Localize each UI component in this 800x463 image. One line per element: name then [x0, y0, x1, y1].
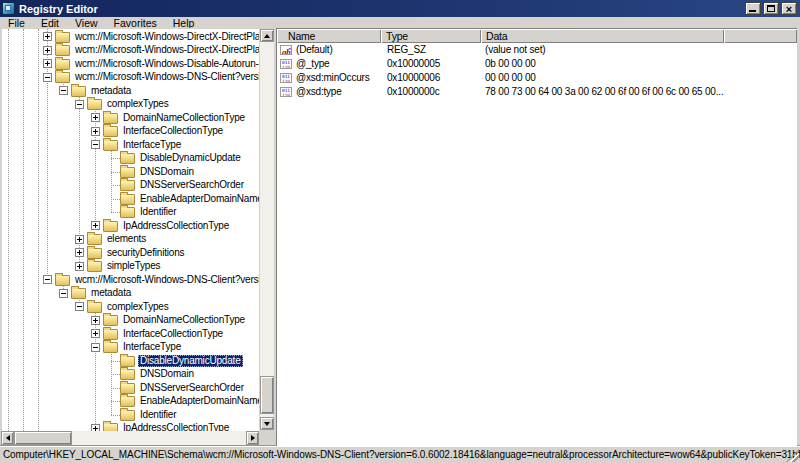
expand-icon[interactable]	[43, 59, 52, 68]
expand-icon[interactable]	[75, 248, 84, 257]
tree-item-label[interactable]: InterfaceCollectionType	[121, 328, 225, 340]
tree-item-label[interactable]: simpleTypes	[105, 260, 162, 272]
tree-item-label[interactable]: metadata	[89, 85, 133, 97]
tree-item-label[interactable]: DomainNameCollectionType	[121, 314, 247, 326]
expand-icon[interactable]	[43, 46, 52, 55]
tree-item-label[interactable]: wcm://Microsoft-Windows-DNS-Client?versi…	[73, 274, 259, 286]
tree-item-label[interactable]: securityDefinitions	[105, 247, 186, 259]
tree-item[interactable]: metadata	[2, 287, 259, 301]
collapse-icon[interactable]	[75, 302, 84, 311]
expand-icon[interactable]	[91, 329, 100, 338]
tree-item[interactable]: DNSServerSearchOrder	[2, 179, 259, 193]
collapse-icon[interactable]	[75, 100, 84, 109]
tree-item[interactable]: DNSDomain	[2, 368, 259, 382]
value-name-cell[interactable]: 011110@xsd:minOccurs	[277, 71, 381, 85]
collapse-icon[interactable]	[91, 140, 100, 149]
tree-item[interactable]: wcm://Microsoft-Windows-DNS-Client?versi…	[2, 273, 259, 287]
expand-icon[interactable]	[91, 127, 100, 136]
tree-item[interactable]: IpAddressCollectionType	[2, 219, 259, 233]
tree-item[interactable]: DisableDynamicUpdate	[2, 354, 259, 368]
scroll-down-button[interactable]	[260, 417, 274, 430]
tree-item-label[interactable]: elements	[105, 233, 148, 245]
expand-icon[interactable]	[91, 316, 100, 325]
scroll-right-button[interactable]	[246, 431, 259, 445]
maximize-button[interactable]	[763, 2, 779, 15]
vertical-scrollbar-thumb[interactable]	[260, 376, 274, 414]
value-row[interactable]: 011110@_type0x100000050b 00 00 00	[277, 57, 797, 71]
tree-item-label[interactable]: complexTypes	[105, 98, 171, 110]
tree-item[interactable]: Identifier	[2, 206, 259, 220]
tree-item-label[interactable]: EnableAdapterDomainNameRegistration	[138, 395, 259, 407]
tree-item[interactable]: DNSDomain	[2, 165, 259, 179]
tree-item-label[interactable]: metadata	[89, 287, 133, 299]
tree-item[interactable]: metadata	[2, 84, 259, 98]
tree-item[interactable]: InterfaceCollectionType	[2, 125, 259, 139]
horizontal-scrollbar-thumb[interactable]	[14, 431, 72, 445]
tree-item[interactable]: DNSServerSearchOrder	[2, 381, 259, 395]
value-row[interactable]: (Default)REG_SZ(value not set)	[277, 43, 797, 57]
tree-item-label[interactable]: wcm://Microsoft-Windows-DNS-Client?versi…	[73, 71, 259, 83]
tree-item-label[interactable]: wcm://Microsoft-Windows-Disable-Autorun-…	[73, 58, 259, 70]
tree-item-label[interactable]: wcm://Microsoft-Windows-DirectX-DirectPl…	[73, 44, 259, 56]
collapse-icon[interactable]	[43, 275, 52, 284]
tree-item-label[interactable]: Identifier	[138, 206, 178, 218]
tree-item[interactable]: InterfaceType	[2, 341, 259, 355]
tree-item-label[interactable]: InterfaceType	[121, 139, 183, 151]
expand-icon[interactable]	[43, 32, 52, 41]
value-name-cell[interactable]: 011110@xsd:type	[277, 85, 381, 99]
value-name-cell[interactable]: 011110@_type	[277, 57, 381, 71]
expand-icon[interactable]	[91, 424, 100, 431]
expand-icon[interactable]	[91, 221, 100, 230]
tree-item[interactable]: EnableAdapterDomainNameRegistration	[2, 192, 259, 206]
tree-item-label[interactable]: DNSDomain	[138, 166, 196, 178]
minimize-button[interactable]	[745, 2, 761, 15]
collapse-icon[interactable]	[59, 86, 68, 95]
tree-item[interactable]: wcm://Microsoft-Windows-Disable-Autorun-…	[2, 57, 259, 71]
titlebar[interactable]: Registry Editor ×	[0, 0, 800, 17]
tree-item[interactable]: DisableDynamicUpdate	[2, 152, 259, 166]
tree-item[interactable]: complexTypes	[2, 300, 259, 314]
expand-icon[interactable]	[75, 262, 84, 271]
tree-item-label-selected[interactable]: DisableDynamicUpdate	[138, 355, 243, 367]
expand-icon[interactable]	[75, 235, 84, 244]
tree-item[interactable]: simpleTypes	[2, 260, 259, 274]
tree-item-label[interactable]: DisableDynamicUpdate	[138, 152, 243, 164]
tree-item[interactable]: Identifier	[2, 408, 259, 422]
tree-item[interactable]: EnableAdapterDomainNameRegistration	[2, 395, 259, 409]
tree-item[interactable]: wcm://Microsoft-Windows-DNS-Client?versi…	[2, 71, 259, 85]
column-header-name[interactable]: Name	[277, 29, 381, 43]
tree-item-label[interactable]: wcm://Microsoft-Windows-DirectX-DirectPl…	[73, 31, 259, 43]
value-row[interactable]: 011110@xsd:type0x1000000c78 00 73 00 64 …	[277, 85, 797, 99]
tree-item-label[interactable]: EnableAdapterDomainNameRegistration	[138, 193, 259, 205]
value-row[interactable]: 011110@xsd:minOccurs0x1000000600 00 00 0…	[277, 71, 797, 85]
tree-item[interactable]: wcm://Microsoft-Windows-DirectX-DirectPl…	[2, 44, 259, 58]
registry-key-tree[interactable]: wcm://Microsoft-Windows-DirectX-DirectPl…	[2, 29, 259, 431]
tree-item-label[interactable]: IpAddressCollectionType	[121, 422, 231, 431]
tree-item-label[interactable]: DNSServerSearchOrder	[138, 179, 246, 191]
tree-item[interactable]: IpAddressCollectionType	[2, 422, 259, 432]
tree-item[interactable]: complexTypes	[2, 98, 259, 112]
value-name-cell[interactable]: (Default)	[277, 43, 381, 57]
column-header-type[interactable]: Type	[381, 29, 481, 43]
column-header-data[interactable]: Data	[481, 29, 724, 43]
tree-item[interactable]: InterfaceType	[2, 138, 259, 152]
tree-item-label[interactable]: DNSServerSearchOrder	[138, 382, 246, 394]
tree-item-label[interactable]: complexTypes	[105, 301, 171, 313]
scroll-left-button[interactable]	[1, 431, 14, 445]
value-list-pane[interactable]: Name Type Data (Default)REG_SZ(value not…	[276, 28, 797, 446]
scroll-up-button[interactable]	[260, 29, 274, 42]
tree-item-label[interactable]: Identifier	[138, 409, 178, 421]
tree-item[interactable]: wcm://Microsoft-Windows-DirectX-DirectPl…	[2, 30, 259, 44]
close-button[interactable]: ×	[781, 2, 797, 15]
collapse-icon[interactable]	[59, 289, 68, 298]
tree-vertical-scrollbar[interactable]	[260, 29, 274, 430]
collapse-icon[interactable]	[91, 343, 100, 352]
tree-item-label[interactable]: DomainNameCollectionType	[121, 112, 247, 124]
collapse-icon[interactable]	[43, 73, 52, 82]
tree-item-label[interactable]: InterfaceCollectionType	[121, 125, 225, 137]
tree-item-label[interactable]: IpAddressCollectionType	[121, 220, 231, 232]
tree-item[interactable]: DomainNameCollectionType	[2, 314, 259, 328]
expand-icon[interactable]	[91, 113, 100, 122]
tree-horizontal-scrollbar[interactable]	[1, 431, 259, 445]
tree-item-label[interactable]: InterfaceType	[121, 341, 183, 353]
